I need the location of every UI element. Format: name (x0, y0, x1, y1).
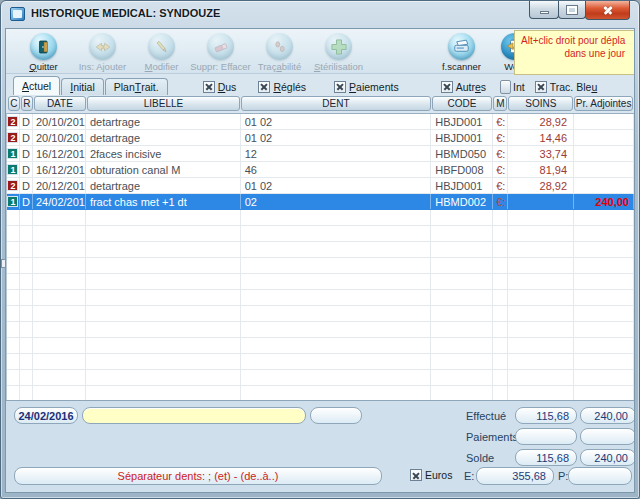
cell-type: D (20, 146, 33, 161)
table-row[interactable]: 2D20/10/2015detartrage01 02HBJD001€:14,4… (7, 130, 634, 146)
filter-paiements[interactable]: Paiements (334, 78, 399, 95)
filter-r-gl-s[interactable]: Réglés (258, 78, 306, 95)
column-header-dent[interactable]: DENT (241, 96, 430, 111)
close-button[interactable] (585, 1, 630, 20)
window-edge-grip[interactable] (1, 259, 6, 268)
cell-currency: €: (493, 178, 508, 193)
hint-note-line1: Alt+clic droit pour dépla (521, 34, 635, 47)
entry-secondary-field[interactable] (310, 407, 362, 424)
column-header-m[interactable]: M (493, 96, 507, 111)
empty-table-row[interactable] (7, 274, 634, 290)
cell-pr-adjointes: 240,00 (574, 194, 634, 209)
table-row[interactable]: 2D20/10/2015detartrage01 02HBJD001€:28,9… (7, 114, 634, 130)
tab-initial[interactable]: Initial (61, 78, 104, 95)
checkbox-icon (258, 81, 270, 93)
cell-dent: 46 (241, 162, 432, 177)
toolbar-button-label: Suppr: Effacer (190, 61, 251, 72)
maximize-icon (567, 6, 577, 14)
toolbar-button-tra-abilit[interactable]: Traçabilité (250, 31, 309, 72)
empty-table-row[interactable] (7, 242, 634, 258)
maximize-button[interactable] (558, 1, 586, 19)
cell-soins: 81,94 (508, 162, 574, 177)
cell-currency: €: (493, 162, 508, 177)
filter-label: Trac. Bleu (550, 81, 597, 93)
cell-soins (508, 194, 574, 209)
filter-label: Réglés (273, 81, 306, 93)
cell-soins: 14,46 (508, 130, 574, 145)
column-header-code[interactable]: CODE (432, 96, 493, 111)
hint-note: Alt+clic droit pour dépla dans une jour (514, 30, 635, 75)
toolbar-button-suppr-effacer[interactable]: Suppr: Effacer (191, 31, 250, 72)
checkbox-icon (203, 81, 215, 93)
toolbar-button-quitter[interactable]: Quitter (14, 31, 73, 72)
toolbar-button-f-scanner[interactable]: f.scanner (432, 31, 491, 72)
cell-pr-adjointes (574, 130, 634, 145)
filter-dus[interactable]: Dus (203, 78, 237, 95)
table-row[interactable]: 2D20/12/2015detartrage01 02HBJD001€:28,9… (7, 178, 634, 194)
button-int[interactable]: Int (500, 78, 525, 95)
empty-table-row[interactable] (7, 386, 634, 400)
current-date-field[interactable]: 24/02/2016 (14, 407, 78, 424)
footprints-icon (266, 33, 293, 60)
cell-date: 16/12/2015 (33, 146, 86, 161)
cell-soins: 33,74 (508, 146, 574, 161)
count-badge: 2 (7, 180, 18, 191)
column-header-c[interactable]: C (8, 96, 20, 111)
toolbar-button-st-rilisation[interactable]: Stérilisation (309, 31, 368, 72)
empty-table-row[interactable] (7, 322, 634, 338)
tab-actuel[interactable]: Actuel (13, 76, 60, 95)
e-total-field[interactable]: 355,68 (476, 467, 554, 485)
count-badge: 2 (7, 132, 18, 143)
cell-count: 2 (7, 178, 20, 193)
tab-plan-trait[interactable]: Plan Trait. (105, 78, 168, 95)
table-body: 2D20/10/2015detartrage01 02HBJD001€:28,9… (6, 113, 634, 400)
cell-code: HBMD002 (431, 194, 493, 209)
table-row[interactable]: 1D24/02/2016fract chas met +1 dt02HBMD00… (7, 194, 634, 210)
cell-code: HBJD001 (431, 130, 493, 145)
empty-table-row[interactable] (7, 306, 634, 322)
cell-libelle: detartrage (86, 130, 241, 145)
green-cross-icon (325, 33, 352, 60)
hint-note-line2: dans une jour (521, 47, 635, 60)
cell-type: D (20, 178, 33, 193)
toolbar-button-label: Quitter (29, 61, 58, 72)
table-row[interactable]: 1D16/12/2015obturation canal M46HBFD008€… (7, 162, 634, 178)
empty-table-row[interactable] (7, 290, 634, 306)
entry-input[interactable] (82, 407, 306, 424)
cell-soins: 28,92 (508, 114, 574, 129)
empty-table-row[interactable] (7, 226, 634, 242)
column-header-soins[interactable]: SOINS (508, 96, 573, 111)
cell-type: D (20, 194, 33, 209)
cell-date: 20/10/2015 (33, 130, 86, 145)
minimize-icon (540, 11, 549, 14)
summary-value-soins: 115,68 (515, 449, 577, 466)
column-header-pr-adjointes[interactable]: Pr. Adjointes (574, 96, 633, 111)
euros-label: Euros (425, 469, 452, 481)
filter-label: Autres (456, 81, 486, 93)
e-total-label: E: (464, 470, 474, 482)
empty-table-row[interactable] (7, 210, 634, 226)
toolbar-button-modifier[interactable]: Modifier (132, 31, 191, 72)
empty-table-row[interactable] (7, 258, 634, 274)
toolbar-button-label: Modifier (145, 61, 179, 72)
checkbox-icon (535, 81, 547, 93)
exit-door-icon (30, 33, 57, 60)
toolbar-button-ins-ajouter[interactable]: Ins: Ajouter (73, 31, 132, 72)
column-header-r[interactable]: R (21, 96, 33, 111)
p-total-field[interactable] (568, 467, 632, 485)
cell-count: 2 (7, 130, 20, 145)
table-row[interactable]: 1D16/12/20152faces incisive12HBMD050€:33… (7, 146, 634, 162)
empty-table-row[interactable] (7, 338, 634, 354)
minimize-button[interactable] (529, 1, 559, 19)
int-button-icon (500, 80, 511, 94)
column-header-libelle[interactable]: LIBELLE (87, 96, 241, 111)
cell-count: 1 (7, 146, 20, 161)
cell-type: D (20, 162, 33, 177)
euros-filter[interactable]: Euros (410, 469, 452, 481)
empty-table-row[interactable] (7, 354, 634, 370)
column-header-date[interactable]: DATE (34, 96, 86, 111)
filter-trac-bleu[interactable]: Trac. Bleu (535, 78, 597, 95)
filter-autres[interactable]: Autres (441, 78, 486, 95)
toolbar: QuitterIns: AjouterModifierSuppr: Efface… (6, 29, 634, 74)
empty-table-row[interactable] (7, 370, 634, 386)
